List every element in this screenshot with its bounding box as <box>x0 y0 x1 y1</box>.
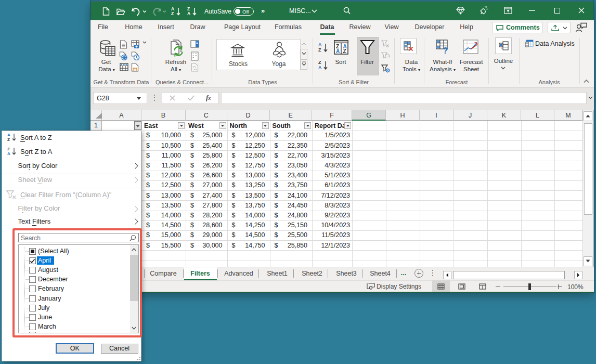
svg-text:Z: Z <box>343 48 346 54</box>
svg-text:?: ? <box>443 46 448 54</box>
svg-text:A: A <box>336 48 340 54</box>
